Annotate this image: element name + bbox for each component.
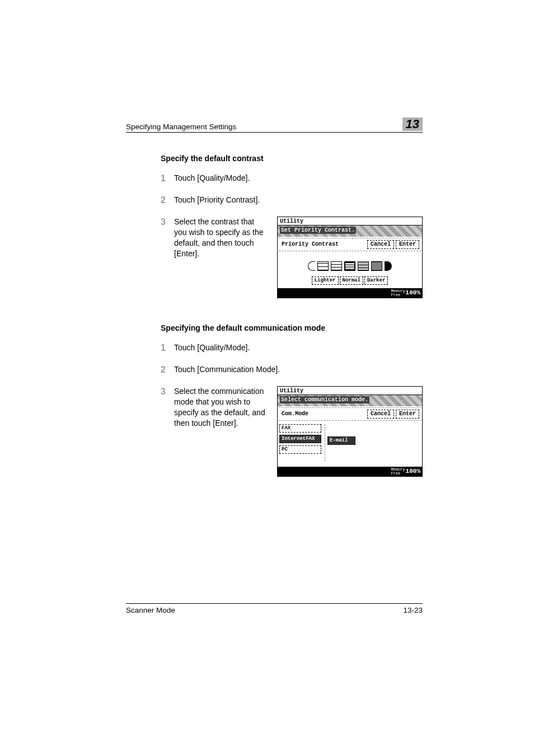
step-text: Touch [Quality/Mode]. <box>174 173 250 184</box>
lcd-row-label: Priority Contrast <box>282 242 339 247</box>
contrast-scale <box>280 261 420 271</box>
memory-free-percent: 100% <box>406 289 420 296</box>
lcd-row-label: Com.Mode <box>282 411 308 417</box>
page-header: Specifying Management Settings 13 <box>126 118 423 133</box>
step-text: Touch [Quality/Mode]. <box>174 342 250 353</box>
mode-email-button-selected[interactable]: E-mail <box>327 436 355 445</box>
enter-button[interactable]: Enter <box>396 410 419 419</box>
lcd-communication-mode: Utility Select communication mode. Com.M… <box>277 386 423 477</box>
step-3-with-figure: 3 Select the contrast that you wish to s… <box>161 217 423 298</box>
step-3b-with-figure: 3 Select the communication mode that you… <box>161 386 423 477</box>
lcd-body: Lighter Normal Darker <box>278 251 422 288</box>
darker-button[interactable]: Darker <box>364 276 388 285</box>
header-title: Specifying Management Settings <box>126 123 236 131</box>
step-number: 3 <box>161 386 174 397</box>
lcd-banner: Set Priority Contrast. <box>278 226 422 237</box>
lighter-icon <box>308 261 315 271</box>
lcd-title: Utility <box>278 217 422 226</box>
contrast-level-4[interactable] <box>358 261 369 271</box>
step-1b: 1 Touch [Quality/Mode]. <box>161 342 423 353</box>
step-text: Select the contrast that you wish to spe… <box>174 217 267 259</box>
page-content: Specifying Management Settings 13 Specif… <box>126 118 423 502</box>
mode-internetfax-button-selected[interactable]: InternetFAX <box>279 435 321 443</box>
contrast-scale-labels: Lighter Normal Darker <box>280 276 420 285</box>
contrast-level-3-selected[interactable] <box>344 261 355 271</box>
footer-page-number: 13-23 <box>403 606 423 614</box>
section-heading-comm-mode: Specifying the default communication mod… <box>161 323 423 332</box>
step-number: 1 <box>161 342 174 353</box>
lcd-footer: MemoryFree100% <box>278 288 422 298</box>
contrast-level-5[interactable] <box>371 261 382 271</box>
lighter-button[interactable]: Lighter <box>312 276 339 285</box>
chapter-number-badge: 13 <box>402 118 423 131</box>
step-text: Touch [Priority Contrast]. <box>174 195 260 205</box>
step-2: 2 Touch [Priority Contrast]. <box>161 195 423 205</box>
cancel-button[interactable]: Cancel <box>367 240 394 249</box>
step-number: 2 <box>161 364 174 375</box>
lcd-header-row: Priority Contrast Cancel Enter <box>279 238 421 251</box>
step-2b: 2 Touch [Communication Mode]. <box>161 364 423 375</box>
lcd-header-row: Com.Mode Cancel Enter <box>279 407 421 421</box>
step-1: 1 Touch [Quality/Mode]. <box>161 173 423 184</box>
normal-button[interactable]: Normal <box>340 276 363 285</box>
page-footer: Scanner Mode 13-23 <box>126 603 423 614</box>
step-text: Select the communication mode that you w… <box>174 386 267 429</box>
enter-button[interactable]: Enter <box>396 240 419 249</box>
mode-pc-button[interactable]: PC <box>279 445 321 454</box>
darker-icon <box>385 261 392 271</box>
lcd-banner: Select communication mode. <box>278 395 422 406</box>
lcd-body: FAX InternetFAX PC E-mail <box>278 421 422 467</box>
step-text: Touch [Communication Mode]. <box>174 364 280 375</box>
footer-left: Scanner Mode <box>126 606 175 614</box>
cancel-button[interactable]: Cancel <box>367 410 394 419</box>
section-heading-contrast: Specify the default contrast <box>161 154 423 163</box>
step-number: 2 <box>161 195 174 205</box>
mode-fax-button[interactable]: FAX <box>279 424 321 433</box>
contrast-level-2[interactable] <box>331 261 342 271</box>
step-number: 3 <box>161 217 174 227</box>
contrast-level-1[interactable] <box>317 261 329 271</box>
memory-free-percent: 100% <box>406 468 420 475</box>
lcd-footer: MemoryFree100% <box>278 467 422 476</box>
lcd-priority-contrast: Utility Set Priority Contrast. Priority … <box>277 217 423 298</box>
step-number: 1 <box>161 173 174 184</box>
lcd-title: Utility <box>278 387 422 395</box>
